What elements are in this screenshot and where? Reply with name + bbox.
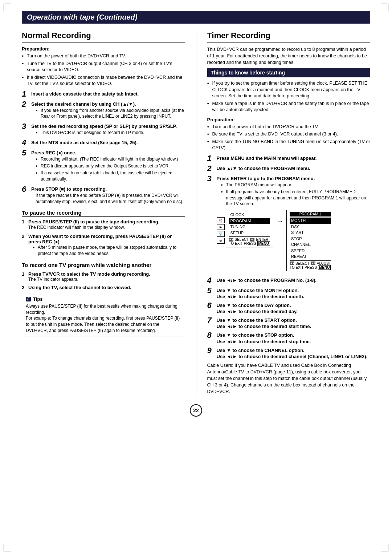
step-1-content: Insert a video cassette that the safety … <box>31 91 185 97</box>
main-content: Normal Recording Preparation: Turn on th… <box>22 31 370 397</box>
step-2-number: 2 <box>22 100 31 108</box>
menu-item-channel: CHANNEL: <box>290 242 331 248</box>
menu-item-start: START <box>290 230 331 236</box>
timer-step-8-number: 8 <box>207 331 217 339</box>
prep-bullet-r1: Turn on the power of both the DVD+VCR an… <box>207 124 371 130</box>
select-label-right: SELECT <box>295 262 310 266</box>
menu-arrow: → <box>276 217 283 226</box>
step-2-content: Select the desired channel by using CH (… <box>31 101 185 121</box>
timer-step-2-content: Use ▲/▼ to choose the PROGRAM menu. <box>217 165 371 172</box>
timer-step-3-sub-2: If all programs have already been entere… <box>221 189 371 207</box>
timer-step-7-number: 7 <box>207 316 217 324</box>
timer-step-3-content: Press ENTER to go to the PROGRAM menu. T… <box>217 175 371 274</box>
menu-label-right: MENU <box>318 265 331 270</box>
step-6: 6 Press STOP (■) to stop recording. If t… <box>22 186 185 205</box>
menu-right-footer: ◄► SELECT ◄► ADJUST TO EXIT PRESS MENU <box>290 260 331 270</box>
corner-mark-tr <box>381 4 388 11</box>
pause-step-1-content: Press PAUSE/STEP (II) to pause the tape … <box>28 219 185 231</box>
step-5: 5 Press REC (●) once. Recording will sta… <box>22 150 185 183</box>
pause-step-1: 1 Press PAUSE/STEP (II) to pause the tap… <box>22 219 185 231</box>
timer-step-7-sub2: Use ◄/► to choose the desired start time… <box>217 324 371 329</box>
prep-bullets-right: Turn on the power of both the DVD+VCR an… <box>207 124 371 151</box>
right-column: Timer Recording This DVD+VCR can be prog… <box>207 31 371 397</box>
menu-side-icon-prog: ▶ <box>217 224 225 230</box>
step-3-content: Set the desired recording speed (SP or S… <box>31 123 185 137</box>
timer-step-3-sub-1: The PROGRAM menu will appear. <box>221 182 371 188</box>
menu-item-clock: CLOCK <box>229 212 270 218</box>
left-column: Normal Recording Preparation: Turn on th… <box>22 31 185 336</box>
tips-text: Always use PAUSE/STEP (II) for the best … <box>26 303 181 334</box>
select-icon-right: ◄► <box>290 262 294 265</box>
step-2: 2 Select the desired channel by using CH… <box>22 101 185 121</box>
timer-step-3: 3 Press ENTER to go to the PROGRAM menu.… <box>207 175 371 274</box>
timer-step-5-number: 5 <box>207 287 217 295</box>
step-2-title: Select the desired channel by using CH (… <box>31 101 185 108</box>
watch-section-title: To record one TV program while watching … <box>22 262 185 269</box>
prep-bullet-3: If a direct VIDEO/AUDIO connection is ma… <box>22 74 185 87</box>
step-5-sub: Recording will start. (The REC indicator… <box>31 156 185 182</box>
menu-side-icon-setup: ⚙ <box>217 238 225 244</box>
page-number-container: 22 <box>22 404 370 417</box>
page-header: Operation with tape (Continued) <box>22 11 370 24</box>
corner-mark-br <box>381 544 388 551</box>
step-5-sub-2: REC indicator appears only when the Outp… <box>36 163 185 169</box>
column-divider <box>196 31 196 397</box>
timer-step-5-content: Use ▼ to choose the MONTH option. Use ◄/… <box>217 287 371 299</box>
step-3: 3 Set the desired recording speed (SP or… <box>22 123 185 137</box>
menu-left-footer: ◄► SELECT ↵ ENTER TO EXIT PRESS MENU <box>229 236 270 246</box>
step-4-title: Set the MTS mode as desired (See page 15… <box>31 139 185 146</box>
tips-label: Tips <box>33 296 43 302</box>
pause-section: To pause the recording 1 Press PAUSE/STE… <box>22 210 185 256</box>
pause-step-2-sub-text: After 5 minutes in pause mode, the tape … <box>38 245 176 256</box>
timer-step-4: 4 Use ◄/► to choose the PROGRAM No. (1-8… <box>207 277 371 284</box>
know-bullets: If you try to set the program timer befo… <box>207 80 371 113</box>
step-5-sub-1: Recording will start. (The REC indicator… <box>36 156 185 162</box>
timer-step-6: 6 Use ▼ to choose the DAY option. Use ◄/… <box>207 302 371 314</box>
prep-bullets-left: Turn on the power of both the DVD+VCR an… <box>22 53 185 87</box>
tips-box: F Tips Always use PAUSE/STEP (II) for th… <box>22 294 185 336</box>
timer-step-6-title: Use ▼ to choose the DAY option. <box>217 302 371 309</box>
timer-step-8-content: Use ▼ to choose the STOP option. Use ◄/►… <box>217 332 371 344</box>
enter-icon: ↵ <box>250 238 254 242</box>
timer-step-4-number: 4 <box>207 276 217 284</box>
pause-step-2-content: When you want to continue recording, pre… <box>28 234 185 257</box>
timer-step-6-content: Use ▼ to choose the DAY option. Use ◄/► … <box>217 302 371 314</box>
pause-step-2: 2 When you want to continue recording, p… <box>22 234 185 257</box>
watch-step-2: 2 Using the TV, select the channel to be… <box>22 285 185 290</box>
right-section-title: Timer Recording <box>207 31 371 42</box>
select-label-left: SELECT <box>235 238 249 242</box>
timer-intro: This DVD+VCR can be programmed to record… <box>207 46 371 66</box>
timer-step-7-content: Use ▼ to choose the START option. Use ◄/… <box>217 317 371 329</box>
timer-step-9-number: 9 <box>207 347 217 355</box>
menu-item-tuning: TUNING <box>229 224 270 230</box>
timer-step-2-title: Use ▲/▼ to choose the PROGRAM menu. <box>217 165 371 172</box>
menu-item-repeat: REPEAT <box>290 254 331 260</box>
watch-step-2-text: Using the TV, select the channel to be v… <box>28 285 185 290</box>
prep-bullet-r3: Make sure the TUNING BAND in the TUNING … <box>207 139 371 151</box>
step-4: 4 Set the MTS mode as desired (See page … <box>22 139 185 147</box>
timer-step-1: 1 Press MENU and the MAIN menu will appe… <box>207 155 371 162</box>
step-6-title: Press STOP (■) to stop recording. <box>31 186 185 193</box>
step-5-sub-3: If a cassette with no safety tab is load… <box>36 170 185 182</box>
watch-section: To record one TV program while watching … <box>22 262 185 290</box>
timer-step-9-content: Use ▼ to choose the CHANNEL option. Use … <box>217 347 371 359</box>
tips-icon: F <box>26 297 31 301</box>
step-5-number: 5 <box>22 149 31 157</box>
step-6-number: 6 <box>22 185 31 193</box>
pause-step-2-text: When you want to continue recording, pre… <box>28 234 185 244</box>
timer-step-8: 8 Use ▼ to choose the STOP option. Use ◄… <box>207 332 371 344</box>
timer-step-8-sub2: Use ◄/► to choose the desired stop time. <box>217 339 371 344</box>
step-5-title: Press REC (●) once. <box>31 150 185 156</box>
exit-label-right: TO EXIT PRESS MENU <box>290 266 331 270</box>
menu-item-stop: STOP <box>290 236 331 242</box>
timer-step-2: 2 Use ▲/▼ to choose the PROGRAM menu. <box>207 165 371 173</box>
timer-step-3-title: Press ENTER to go to the PROGRAM menu. <box>217 175 371 182</box>
select-icon-left: ◄► <box>229 238 233 242</box>
step-3-title: Set the desired recording speed (SP or S… <box>31 123 185 130</box>
step-3-sub-1: This DVD+VCR is not designed to record i… <box>36 130 185 136</box>
pause-step-1-text: Press PAUSE/STEP (II) to pause the tape … <box>28 219 185 224</box>
step-2-sub-1: If you are recording from another source… <box>36 108 185 120</box>
timer-step-8-title: Use ▼ to choose the STOP option. <box>217 332 371 339</box>
timer-step-5-sub2: Use ◄/► to choose the desired month. <box>217 294 371 299</box>
left-section-title: Normal Recording <box>22 31 185 42</box>
